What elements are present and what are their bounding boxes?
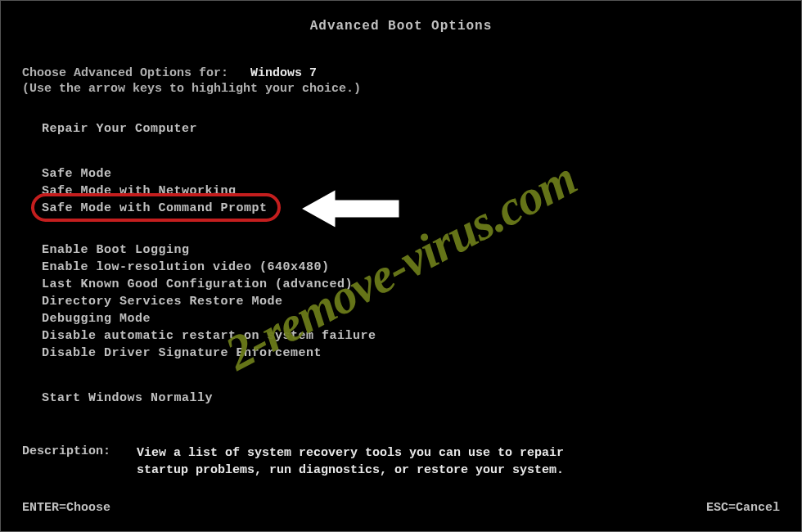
prompt-line: Choose Advanced Options for: Windows 7 xyxy=(22,66,780,80)
description-line2: startup problems, run diagnostics, or re… xyxy=(137,463,564,477)
option-last-known-good[interactable]: Last Known Good Configuration (advanced) xyxy=(42,276,780,293)
prompt-block: Choose Advanced Options for: Windows 7 (… xyxy=(22,66,780,96)
option-safe-mode-networking[interactable]: Safe Mode with Networking xyxy=(42,183,780,200)
os-name: Windows 7 xyxy=(250,66,317,80)
option-directory-services[interactable]: Directory Services Restore Mode xyxy=(42,293,780,310)
highlighted-option-wrapper: Safe Mode with Command Prompt xyxy=(42,200,268,217)
option-safe-mode-cmd[interactable]: Safe Mode with Command Prompt xyxy=(42,200,268,217)
footer-bar: ENTER=Choose ESC=Cancel xyxy=(22,501,780,515)
description-block: Description: View a list of system recov… xyxy=(22,444,780,479)
option-disable-driver-sig[interactable]: Disable Driver Signature Enforcement xyxy=(42,345,780,362)
advanced-section: Enable Boot Logging Enable low-resolutio… xyxy=(22,241,780,362)
option-low-res-video[interactable]: Enable low-resolution video (640x480) xyxy=(42,259,780,276)
footer-esc: ESC=Cancel xyxy=(706,501,780,515)
option-start-normally[interactable]: Start Windows Normally xyxy=(42,390,780,407)
normal-section: Start Windows Normally xyxy=(22,390,780,407)
description-label: Description: xyxy=(22,444,137,479)
description-line1: View a list of system recovery tools you… xyxy=(137,446,564,460)
option-boot-logging[interactable]: Enable Boot Logging xyxy=(42,241,780,259)
repair-section: Repair Your Computer xyxy=(22,120,780,138)
description-text: View a list of system recovery tools you… xyxy=(137,444,564,479)
option-debugging-mode[interactable]: Debugging Mode xyxy=(42,310,780,327)
boot-options-screen: Advanced Boot Options Choose Advanced Op… xyxy=(0,0,802,532)
screen-title: Advanced Boot Options xyxy=(22,19,780,34)
footer-enter: ENTER=Choose xyxy=(22,501,110,515)
prompt-prefix: Choose Advanced Options for: xyxy=(22,66,228,80)
option-safe-mode[interactable]: Safe Mode xyxy=(42,165,780,183)
option-disable-auto-restart[interactable]: Disable automatic restart on system fail… xyxy=(42,327,780,345)
option-repair-computer[interactable]: Repair Your Computer xyxy=(42,120,780,138)
safe-mode-section: Safe Mode Safe Mode with Networking Safe… xyxy=(22,165,780,217)
prompt-hint: (Use the arrow keys to highlight your ch… xyxy=(22,82,780,96)
